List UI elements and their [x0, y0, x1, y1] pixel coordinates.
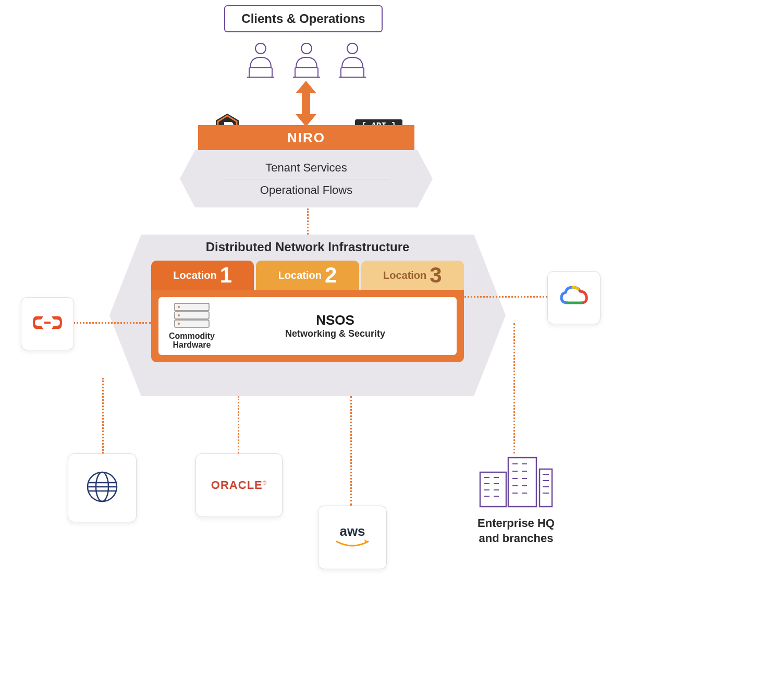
clients-operations-label: Clients & Operations	[241, 11, 365, 26]
svg-point-4	[347, 43, 358, 54]
dotted-connector	[102, 378, 104, 453]
enterprise-label-2: and branches	[477, 531, 555, 546]
oracle-logo: ORACLE®	[211, 478, 267, 492]
aws-logo: aws	[334, 523, 371, 552]
operational-flows-label: Operational Flows	[260, 183, 352, 197]
niro-bar: NIRO	[198, 125, 414, 150]
location-tab-2: Location 2	[256, 261, 359, 290]
aws-text: aws	[334, 523, 371, 539]
nsos-container: Commodity Hardware NSOS Networking & Sec…	[151, 290, 464, 362]
oracle-text: ORACLE	[211, 478, 263, 492]
person-laptop-icon	[240, 39, 281, 81]
globe-card	[68, 453, 137, 522]
hardware-label-2: Hardware	[173, 340, 211, 350]
dotted-connector	[238, 396, 239, 453]
enterprise-label-1: Enterprise HQ	[477, 516, 555, 531]
nsos-text: NSOS Networking & Security	[224, 312, 446, 339]
svg-point-14	[178, 323, 180, 325]
location-tab-1: Location 1	[151, 261, 254, 290]
location-tabs: Location 1 Location 2 Location 3	[151, 261, 464, 290]
niro-label: NIRO	[287, 130, 325, 146]
svg-point-13	[178, 314, 180, 316]
person-laptop-icon	[332, 39, 373, 81]
dni-title: Distributed Network Infrastructure	[109, 240, 506, 254]
enterprise-block: Enterprise HQ and branches	[477, 453, 555, 546]
svg-rect-20	[508, 458, 536, 507]
location-tab-num: 1	[220, 263, 232, 288]
svg-point-2	[301, 43, 312, 54]
dotted-connector	[350, 396, 352, 506]
location-tab-label: Location	[383, 269, 426, 281]
divider-line	[223, 179, 390, 179]
enterprise-label: Enterprise HQ and branches	[477, 516, 555, 546]
dotted-connector	[513, 323, 515, 453]
nsos-inner: Commodity Hardware NSOS Networking & Sec…	[158, 297, 457, 355]
bidirectional-arrow-icon	[290, 81, 322, 129]
location-tab-num: 2	[325, 263, 337, 288]
tenant-services-label: Tenant Services	[265, 161, 347, 175]
globe-icon	[84, 469, 120, 507]
svg-point-12	[178, 306, 180, 308]
aws-card: aws	[318, 506, 387, 569]
svg-point-0	[255, 43, 266, 54]
svg-rect-19	[480, 472, 506, 507]
nsos-subtitle: Networking & Security	[224, 328, 446, 339]
svg-rect-5	[341, 68, 364, 77]
dotted-connector	[73, 322, 151, 324]
svg-rect-15	[44, 322, 51, 324]
svg-marker-6	[296, 81, 316, 127]
people-row	[240, 39, 373, 81]
server-stack-icon	[174, 302, 210, 331]
alibaba-cloud-icon	[33, 312, 62, 335]
alibaba-cloud-card	[21, 297, 74, 350]
google-cloud-icon	[558, 284, 590, 311]
location-tab-label: Location	[278, 269, 322, 281]
person-laptop-icon	[286, 39, 327, 81]
services-block: Tenant Services Operational Flows	[180, 150, 433, 207]
location-tab-num: 3	[430, 263, 442, 288]
location-tab-label: Location	[173, 269, 216, 281]
google-cloud-card	[547, 271, 601, 324]
svg-rect-3	[295, 68, 318, 77]
dotted-connector	[307, 208, 309, 237]
oracle-card: ORACLE®	[195, 453, 283, 517]
buildings-icon	[477, 503, 555, 512]
distributed-infra-block: Distributed Network Infrastructure Locat…	[109, 235, 506, 396]
svg-rect-1	[249, 68, 272, 77]
nsos-title: NSOS	[224, 312, 446, 328]
clients-operations-box: Clients & Operations	[224, 5, 383, 32]
location-tab-3: Location 3	[361, 261, 464, 290]
dotted-connector	[461, 296, 547, 298]
commodity-hardware-block: Commodity Hardware	[169, 302, 215, 350]
hardware-label-1: Commodity	[169, 331, 215, 341]
